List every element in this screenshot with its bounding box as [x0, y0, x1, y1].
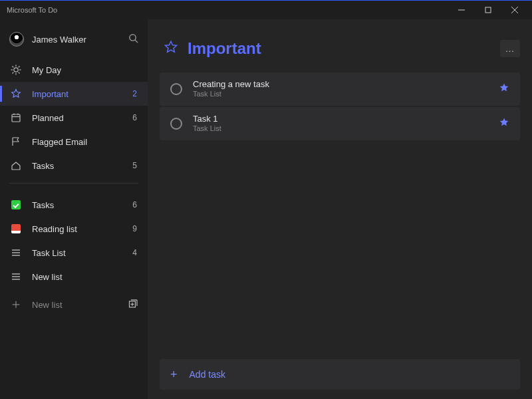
flag-icon [9, 136, 23, 147]
green-check-icon [9, 200, 23, 209]
search-icon [128, 33, 138, 43]
sidebar-list-new-list[interactable]: New list [0, 265, 148, 289]
sidebar-item-label: Planned [32, 113, 132, 123]
task-title: Task 1 [193, 114, 499, 124]
page-title: Important [188, 39, 500, 58]
sidebar-list-task-list[interactable]: Task List 4 [0, 241, 148, 265]
title-bar: Microsoft To Do [0, 1, 532, 19]
svg-line-13 [19, 66, 20, 68]
app-window: Microsoft To Do James Walker [0, 0, 532, 399]
task-title: Creating a new task [193, 79, 499, 90]
svg-rect-15 [12, 114, 20, 122]
plus-icon [9, 300, 23, 309]
profile-name: James Walker [32, 35, 128, 45]
svg-line-12 [19, 72, 20, 74]
window-close-button[interactable] [501, 1, 528, 19]
star-filled-icon [499, 82, 509, 93]
task-list: Creating a new task Task List Task 1 Tas… [160, 72, 520, 359]
svg-line-11 [13, 66, 14, 68]
star-filled-icon [499, 117, 509, 128]
task-star-button[interactable] [499, 82, 509, 96]
svg-line-5 [135, 40, 138, 43]
app-body: James Walker My Day Important 2 [0, 19, 532, 399]
sidebar-item-label: Important [32, 89, 132, 99]
complete-toggle[interactable] [170, 83, 182, 95]
home-icon [9, 160, 23, 171]
add-task-label: Add task [190, 369, 225, 380]
list-icon [9, 271, 23, 282]
svg-rect-1 [485, 7, 491, 13]
sidebar-item-label: Tasks [32, 161, 132, 171]
profile-row[interactable]: James Walker [0, 25, 148, 54]
main-pane: Important … Creating a new task Task Lis… [148, 19, 532, 399]
avatar [9, 32, 24, 47]
red-box-icon [9, 224, 23, 233]
window-maximize-button[interactable] [475, 1, 501, 19]
star-icon [9, 88, 23, 99]
svg-line-14 [13, 72, 14, 74]
close-icon [511, 7, 518, 13]
maximize-icon [485, 7, 491, 13]
sidebar-item-tasks[interactable]: Tasks 5 [0, 154, 148, 178]
svg-point-4 [130, 34, 136, 40]
add-list-label: New list [32, 300, 128, 310]
sidebar-item-important[interactable]: Important 2 [0, 82, 148, 106]
list-icon [9, 247, 23, 258]
window-minimize-button[interactable] [448, 1, 475, 19]
sidebar-item-count: 9 [132, 224, 138, 233]
sidebar-item-count: 6 [132, 200, 138, 209]
minimize-icon [458, 7, 465, 13]
sidebar-item-label: Tasks [32, 200, 132, 210]
sidebar-item-count: 4 [132, 248, 138, 257]
sidebar-item-my-day[interactable]: My Day [0, 58, 148, 82]
sidebar-item-count: 6 [132, 113, 138, 122]
complete-toggle[interactable] [170, 118, 182, 130]
add-group-button[interactable] [128, 299, 138, 311]
sidebar-item-label: Task List [32, 248, 132, 258]
more-icon: … [505, 43, 515, 54]
sidebar-item-label: My Day [32, 65, 137, 75]
task-star-button[interactable] [499, 117, 509, 130]
sidebar-item-label: Flagged Email [32, 137, 137, 147]
more-options-button[interactable]: … [500, 40, 520, 57]
sun-icon [9, 65, 23, 75]
svg-point-6 [14, 68, 18, 72]
main-header: Important … [164, 39, 520, 58]
task-row[interactable]: Creating a new task Task List [160, 72, 520, 106]
add-task-row[interactable]: + Add task [160, 359, 520, 390]
sidebar-list-reading-list[interactable]: Reading list 9 [0, 217, 148, 241]
sidebar-item-planned[interactable]: Planned 6 [0, 106, 148, 130]
add-list-row[interactable]: New list [0, 291, 148, 318]
sidebar-item-count: 5 [132, 161, 138, 170]
task-subtitle: Task List [193, 124, 499, 134]
sidebar-item-count: 2 [132, 89, 138, 98]
plus-icon: + [170, 368, 178, 382]
smart-lists: My Day Important 2 Planned 6 Flagged Ema… [0, 58, 148, 178]
search-button[interactable] [128, 33, 138, 46]
task-row[interactable]: Task 1 Task List [160, 107, 520, 140]
app-title: Microsoft To Do [4, 6, 57, 14]
calendar-icon [9, 112, 23, 123]
user-lists: Tasks 6 Reading list 9 Task List 4 New l… [0, 193, 148, 289]
sidebar-item-label: Reading list [32, 224, 132, 234]
task-subtitle: Task List [193, 89, 499, 99]
sidebar: James Walker My Day Important 2 [0, 19, 148, 399]
sidebar-item-flagged-email[interactable]: Flagged Email [0, 130, 148, 154]
sidebar-list-tasks[interactable]: Tasks 6 [0, 193, 148, 217]
important-star-icon [164, 40, 178, 57]
sidebar-divider [9, 183, 138, 184]
sidebar-item-label: New list [32, 272, 137, 282]
